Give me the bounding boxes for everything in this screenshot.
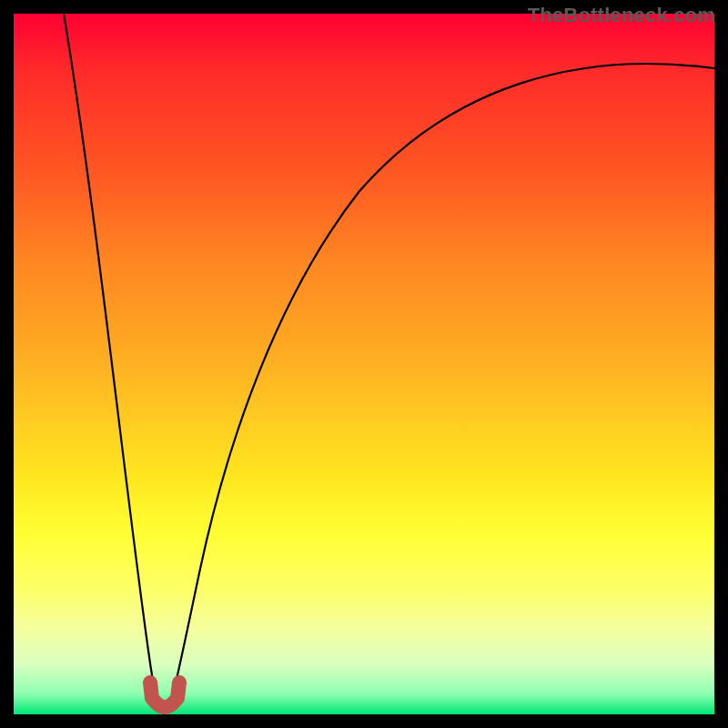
curve-right-branch <box>170 64 714 705</box>
curve-left-branch <box>64 14 159 705</box>
trough-marker <box>150 682 179 707</box>
plot-area <box>14 14 714 714</box>
watermark-text: TheBottleneck.com <box>528 4 715 27</box>
curve-layer <box>14 14 714 714</box>
chart-frame: TheBottleneck.com <box>0 0 728 728</box>
